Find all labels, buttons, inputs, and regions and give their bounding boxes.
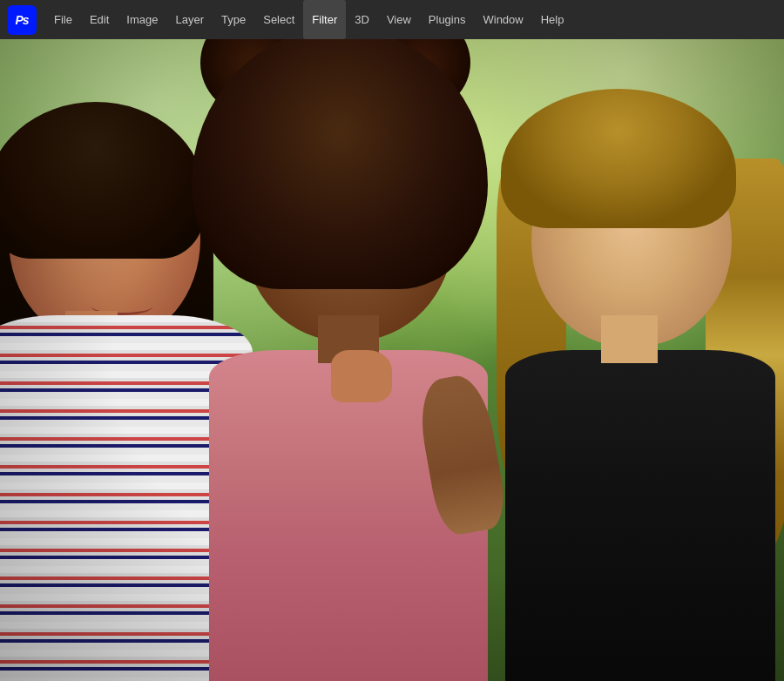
- menu-item-type[interactable]: Type: [213, 0, 254, 39]
- menu-item-file[interactable]: File: [45, 0, 81, 39]
- canvas-area: [0, 39, 784, 681]
- menu-item-3d[interactable]: 3D: [346, 0, 378, 39]
- ps-logo-text: Ps: [15, 13, 28, 27]
- hair-center-afro: [192, 39, 488, 289]
- menu-item-layer[interactable]: Layer: [167, 0, 213, 39]
- menu-item-window[interactable]: Window: [474, 0, 531, 39]
- hand-center-on-shoulder: [331, 350, 392, 402]
- menubar: Ps FileEditImageLayerTypeSelectFilter3DV…: [0, 0, 784, 39]
- menu-item-filter[interactable]: Filter: [303, 0, 346, 39]
- menu-item-view[interactable]: View: [378, 0, 420, 39]
- neck-right: [601, 315, 658, 363]
- body-right-dark: [505, 350, 775, 681]
- menu-item-image[interactable]: Image: [118, 0, 166, 39]
- menu-item-select[interactable]: Select: [254, 0, 303, 39]
- photo-scene: [0, 39, 784, 681]
- photoshop-logo: Ps: [7, 5, 37, 35]
- woman-center: [174, 54, 540, 681]
- menu-item-help[interactable]: Help: [532, 0, 573, 39]
- menu-item-plugins[interactable]: Plugins: [420, 0, 475, 39]
- menu-item-edit[interactable]: Edit: [81, 0, 118, 39]
- photo-canvas: [0, 39, 784, 681]
